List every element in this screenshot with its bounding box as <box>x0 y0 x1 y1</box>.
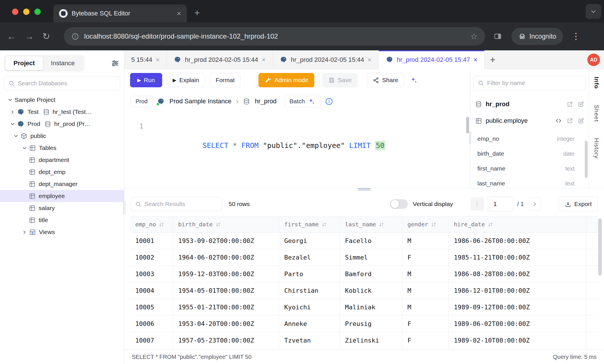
close-icon[interactable]: × <box>368 56 372 64</box>
admin-mode-button[interactable]: Admin mode <box>258 73 314 87</box>
tree-item[interactable]: dept_emp <box>0 166 124 178</box>
column-header[interactable]: emp_no <box>130 216 173 232</box>
tab-close-icon[interactable]: × <box>177 9 181 18</box>
environment-chip[interactable]: Prod <box>131 96 152 107</box>
column-row[interactable]: first_name text <box>470 161 589 176</box>
sort-icon[interactable] <box>488 222 493 227</box>
new-query-tab-button[interactable]: + <box>485 54 501 65</box>
right-rail-tab[interactable]: History <box>593 138 600 159</box>
new-tab-button[interactable]: + <box>194 7 200 18</box>
editor-tab[interactable]: hr_prod 2024-02-05 15:47 × <box>379 50 485 69</box>
sort-icon[interactable] <box>321 222 327 227</box>
tree-item[interactable]: Test hr_test (Test… <box>0 106 124 118</box>
tree-item[interactable]: Prod hr_prod (Pr… <box>0 118 124 130</box>
reload-button[interactable]: ↻ <box>42 32 50 41</box>
avatar[interactable]: AD <box>587 54 600 66</box>
tree-item[interactable]: employee <box>0 190 124 202</box>
sidebar-tab[interactable]: Instance <box>43 56 83 70</box>
next-page-button[interactable] <box>528 197 541 211</box>
bookmark-star-icon[interactable]: ☆ <box>470 32 478 41</box>
forward-button[interactable]: → <box>25 32 34 41</box>
column-header[interactable]: hire_date <box>449 216 586 232</box>
caret-down-icon[interactable] <box>13 133 19 139</box>
edit-icon[interactable] <box>578 118 584 124</box>
sort-icon[interactable] <box>379 222 384 227</box>
vertical-display-toggle[interactable] <box>390 199 408 209</box>
column-header[interactable]: gender <box>402 216 449 232</box>
sql-editor[interactable]: 1 SELECT * FROM "public"."employee" LIMI… <box>124 112 470 188</box>
browser-tab[interactable]: Bytebase SQL Editor × <box>53 5 187 22</box>
right-rail-tab[interactable]: Sheet <box>593 105 600 122</box>
column-row[interactable]: last_name text <box>470 176 589 188</box>
tree-item[interactable]: department <box>0 154 124 166</box>
open-external-icon[interactable] <box>566 101 573 108</box>
results-search[interactable] <box>131 197 222 211</box>
window-zoom-button[interactable] <box>34 9 41 15</box>
database-search-input[interactable] <box>18 80 116 87</box>
view-schema-icon[interactable] <box>555 117 562 124</box>
ai-assistant-button[interactable] <box>409 75 419 85</box>
tree-item[interactable]: salary <box>0 202 124 214</box>
sort-icon[interactable] <box>215 222 221 227</box>
caret-down-icon[interactable] <box>10 121 15 127</box>
browser-menu-button[interactable]: ⋮ <box>572 32 580 41</box>
caret-right-icon[interactable] <box>22 230 27 235</box>
caret-down-icon[interactable] <box>7 97 13 103</box>
database-search[interactable] <box>4 76 120 90</box>
url-bar[interactable]: localhost:8080/sql-editor/prod-sample-in… <box>64 27 485 46</box>
close-icon[interactable]: × <box>473 56 477 64</box>
caret-right-icon[interactable] <box>10 109 15 115</box>
right-rail-tab[interactable]: Info <box>593 77 600 89</box>
batch-button[interactable]: Batch <box>285 95 320 108</box>
window-close-button[interactable] <box>12 9 18 15</box>
sort-icon[interactable] <box>431 222 436 227</box>
site-info-icon[interactable] <box>71 33 79 40</box>
explain-button[interactable]: ▶ Explain <box>167 73 205 87</box>
panel-database-row[interactable]: hr_prod <box>470 96 589 112</box>
column-row[interactable]: birth_date date <box>470 146 589 161</box>
column-header[interactable]: first_name <box>279 216 340 232</box>
editor-tab[interactable]: hr_prod 2024-02-05 15:44 × <box>167 50 273 69</box>
window-minimize-button[interactable] <box>23 9 30 15</box>
format-button[interactable]: Format <box>210 73 241 87</box>
close-icon[interactable]: × <box>262 56 266 64</box>
tree-item[interactable]: dept_manager <box>0 178 124 190</box>
page-input[interactable] <box>488 197 513 211</box>
edit-icon[interactable] <box>578 101 584 108</box>
save-button[interactable]: Save <box>322 73 358 87</box>
info-icon[interactable] <box>325 97 333 106</box>
tree-item[interactable]: Tables <box>0 142 124 154</box>
editor-scrollbar[interactable] <box>466 117 469 133</box>
side-panel-icon[interactable] <box>494 32 502 40</box>
results-splitter[interactable] <box>124 188 604 190</box>
close-icon[interactable]: × <box>156 56 160 64</box>
tree-item[interactable]: Views <box>0 226 124 238</box>
editor-tab[interactable]: 5 15:44 × <box>124 50 167 69</box>
tree-item[interactable]: public <box>0 130 124 142</box>
tree-item[interactable]: title <box>0 214 124 226</box>
tab-search-button[interactable] <box>586 4 601 19</box>
open-external-icon[interactable] <box>566 118 573 124</box>
instance-name[interactable]: Prod Sample Instance <box>169 98 231 105</box>
column-header[interactable]: birth_date <box>173 216 279 232</box>
sort-icon[interactable] <box>159 222 164 227</box>
caret-down-icon[interactable] <box>22 145 27 151</box>
column-row[interactable]: emp_no integer <box>470 131 589 146</box>
panel-scrollbar[interactable] <box>585 141 588 178</box>
panel-table-row[interactable]: public.employe <box>470 112 589 129</box>
column-header[interactable]: last_name <box>340 216 402 232</box>
panel-resize-handle[interactable] <box>469 132 471 144</box>
tree-item[interactable]: Sample Project <box>0 94 124 106</box>
sidebar-resize-handle[interactable] <box>123 201 125 214</box>
export-button[interactable]: Export <box>559 197 598 211</box>
tree-settings-icon[interactable] <box>111 59 119 68</box>
schema-filter-input[interactable] <box>487 80 582 86</box>
database-name[interactable]: hr_prod <box>255 98 276 105</box>
results-scrollbar[interactable] <box>598 218 602 276</box>
back-button[interactable]: ← <box>7 32 16 41</box>
editor-tab[interactable]: hr_prod 2024-02-05 15:44 × <box>273 50 379 69</box>
run-button[interactable]: ▶ Run <box>130 73 162 87</box>
results-search-input[interactable] <box>144 201 217 207</box>
share-button[interactable]: Share <box>367 73 404 87</box>
schema-filter[interactable] <box>473 76 586 90</box>
